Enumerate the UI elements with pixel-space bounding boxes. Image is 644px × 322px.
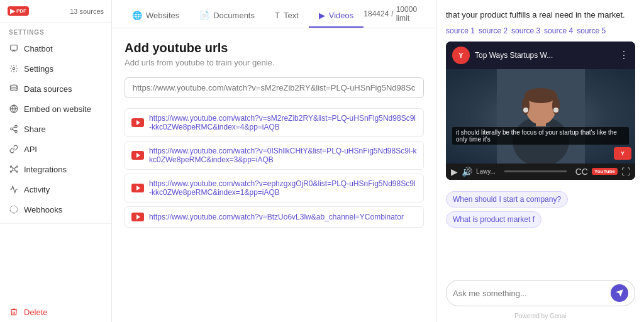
progress-area — [499, 170, 572, 172]
sidebar-item-embed[interactable]: Embed on website — [0, 99, 111, 119]
page-subtitle: Add urls from youtube to train your geni… — [125, 58, 424, 67]
sidebar-item-embed-label: Embed on website — [24, 104, 91, 114]
svg-point-12 — [16, 166, 18, 167]
sidebar-item-api[interactable]: API — [0, 139, 111, 159]
tab-videos[interactable]: ▶ Videos — [309, 4, 364, 28]
logo-area: ▶ PDF — [8, 6, 29, 16]
video-icon: ▶ — [319, 11, 325, 20]
svg-point-14 — [16, 171, 18, 172]
fullscreen-button[interactable]: ⛶ — [621, 167, 630, 177]
sources-count: 13 sources — [70, 8, 104, 15]
chat-suggestions: When should I start a company? What is p… — [437, 186, 644, 233]
play-button[interactable]: ▶ — [451, 167, 458, 177]
video-subtitle-bar: it should literally be the focus of your… — [452, 127, 629, 145]
doc-icon: 📄 — [199, 11, 209, 20]
sidebar-item-share[interactable]: Share — [0, 119, 111, 139]
source-link-4[interactable]: source 4 — [544, 26, 573, 35]
video-card-title: Top Ways Startups W... — [475, 51, 553, 60]
globe-icon: 🌐 — [132, 11, 142, 20]
sidebar-item-integrations[interactable]: Integrations — [0, 159, 111, 179]
video-header-left: Y Top Ways Startups W... — [452, 47, 553, 64]
api-icon — [9, 144, 19, 154]
youtube-icon-3 — [131, 183, 144, 193]
sidebar-item-settings-label: Settings — [24, 64, 53, 74]
svg-point-5 — [15, 125, 18, 128]
source-link-3[interactable]: source 3 — [511, 26, 540, 35]
url-link-4[interactable]: https://www.youtube.com/watch?v=BtzUo6vL… — [149, 213, 404, 221]
person-silhouette — [497, 69, 585, 164]
sidebar-item-data-sources[interactable]: Data sources — [0, 79, 111, 99]
sidebar-item-activity[interactable]: Activity — [0, 179, 111, 199]
sidebar-item-api-label: API — [24, 145, 37, 154]
sidebar-item-settings[interactable]: Settings — [0, 58, 111, 79]
url-link-1[interactable]: https://www.youtube.com/watch?v=sM2reZib… — [149, 114, 417, 131]
sidebar-item-webhooks[interactable]: Webhooks — [0, 199, 111, 219]
sidebar-item-delete-label: Delete — [24, 308, 48, 317]
video-controls-left: ▶ 🔊 Lawy... — [451, 167, 496, 177]
counter-separator: / — [391, 9, 393, 18]
youtube-icon-4 — [131, 212, 144, 222]
url-item-3[interactable]: https://www.youtube.com/watch?v=ephzgxgO… — [125, 174, 424, 203]
counter-value: 184424 — [364, 9, 389, 18]
text-icon: T — [275, 11, 280, 20]
chat-response: that your product fulfills a real need i… — [437, 0, 644, 26]
tabs-bar: 🌐 Websites 📄 Documents T Text ▶ Videos 1… — [112, 0, 436, 28]
source-link-1[interactable]: source 1 — [446, 26, 475, 35]
svg-point-1 — [13, 67, 15, 70]
url-item-4[interactable]: https://www.youtube.com/watch?v=BtzUo6vL… — [125, 206, 424, 228]
svg-point-13 — [10, 171, 11, 172]
sidebar-item-delete[interactable]: Delete — [0, 302, 111, 322]
logo-text: ▶ — [10, 8, 15, 14]
youtube-logo-ctrl: YouTube — [592, 168, 618, 175]
url-input[interactable] — [125, 77, 424, 98]
embed-icon — [9, 104, 19, 114]
sidebar-item-chatbot[interactable]: Chatbot — [0, 38, 111, 58]
activity-icon — [9, 184, 19, 194]
url-item-1[interactable]: https://www.youtube.com/watch?v=sM2reZib… — [125, 108, 424, 137]
cc-button[interactable]: CC — [575, 167, 588, 177]
webhooks-icon — [9, 204, 19, 214]
video-header: Y Top Ways Startups W... ⋮ — [446, 42, 635, 69]
progress-bar[interactable] — [504, 170, 567, 172]
tab-videos-label: Videos — [329, 11, 354, 20]
page-title: Add youtube urls — [125, 41, 424, 55]
svg-point-11 — [10, 166, 11, 167]
video-person-area — [446, 69, 635, 164]
sidebar-header: ▶ PDF 13 sources — [0, 0, 111, 23]
url-item-2[interactable]: https://www.youtube.com/watch?v=0IShllkC… — [125, 141, 424, 170]
url-input-row — [125, 77, 424, 98]
logo-pdf: PDF — [16, 8, 26, 14]
svg-point-2 — [11, 85, 18, 87]
source-link-5[interactable]: source 5 — [577, 26, 606, 35]
chat-send-button[interactable] — [611, 284, 628, 302]
suggestion-chip-1[interactable]: When should I start a company? — [446, 191, 568, 208]
svg-point-6 — [11, 128, 13, 130]
volume-icon[interactable]: 🔊 — [462, 167, 472, 177]
counter-limit: 10000 limit — [396, 5, 426, 23]
video-controls: ▶ 🔊 Lawy... CC YouTube ⛶ — [446, 164, 635, 180]
youtube-icon-1 — [131, 118, 144, 128]
yt-corner-logo: Y — [614, 147, 631, 160]
svg-point-30 — [523, 108, 528, 113]
tab-documents[interactable]: 📄 Documents — [189, 4, 265, 28]
svg-point-27 — [525, 88, 557, 103]
source-link-2[interactable]: source 2 — [479, 26, 508, 35]
yt-logo-circle: Y — [452, 47, 470, 64]
tab-documents-label: Documents — [213, 11, 255, 20]
url-link-3[interactable]: https://www.youtube.com/watch?v=ephzgxgO… — [149, 179, 417, 197]
tab-text[interactable]: T Text — [265, 4, 309, 28]
main-content: 🌐 Websites 📄 Documents T Text ▶ Videos 1… — [112, 0, 436, 322]
integrations-icon — [9, 164, 19, 174]
video-menu-icon[interactable]: ⋮ — [619, 49, 629, 61]
sidebar: ▶ PDF 13 sources SETTINGS Chatbot Settin… — [0, 0, 112, 322]
sidebar-item-webhooks-label: Webhooks — [24, 205, 62, 214]
data-sources-icon — [9, 84, 19, 94]
video-thumbnail[interactable]: it should literally be the focus of your… — [446, 69, 635, 164]
video-card: Y Top Ways Startups W... ⋮ — [446, 42, 635, 180]
chat-input[interactable] — [453, 289, 611, 298]
url-link-2[interactable]: https://www.youtube.com/watch?v=0IShllkC… — [149, 147, 417, 164]
svg-point-7 — [15, 130, 18, 133]
suggestion-chip-2[interactable]: What is product market f — [446, 211, 541, 228]
tab-text-label: Text — [284, 11, 299, 20]
tab-websites[interactable]: 🌐 Websites — [122, 4, 189, 28]
